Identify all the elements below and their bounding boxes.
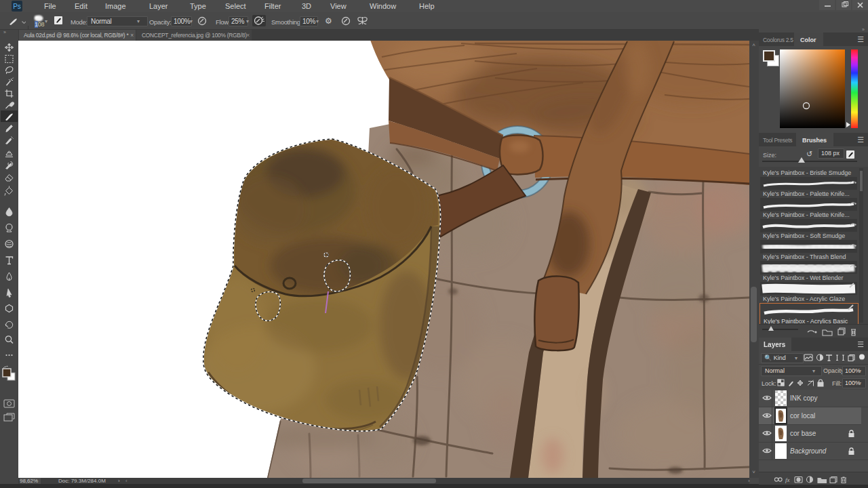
svg-text:»: » xyxy=(3,30,6,35)
svg-text:fx: fx xyxy=(785,476,790,483)
svg-text:Ps: Ps xyxy=(13,3,21,10)
